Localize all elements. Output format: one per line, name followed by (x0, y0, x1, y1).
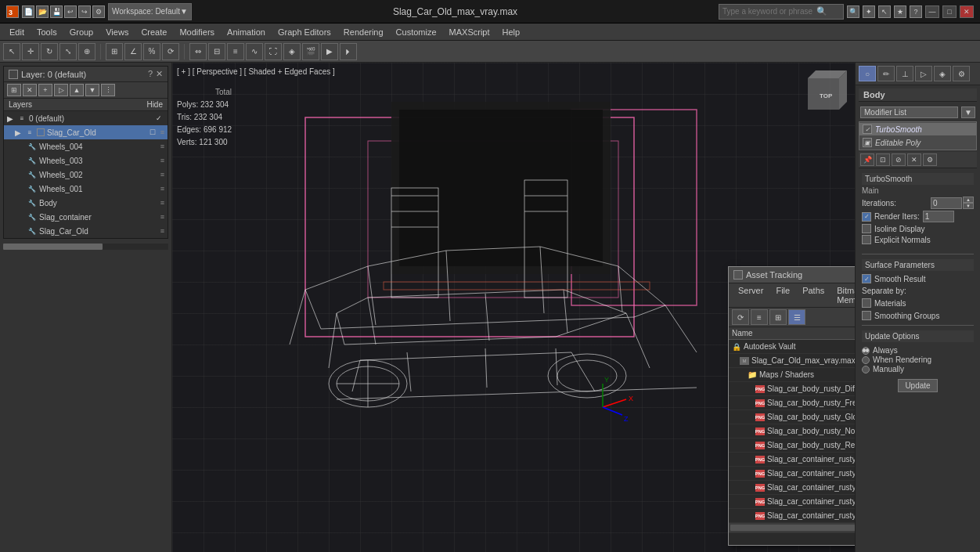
asset-row[interactable]: PNG Slag_car_body_rusty_Diffuse.png Foun… (729, 382, 855, 396)
layer-row[interactable]: 🔧 Slag_container ≡ (4, 210, 168, 224)
curve-editor-icon[interactable]: ∿ (246, 43, 263, 60)
surface-section-title[interactable]: Surface Parameters (862, 259, 974, 271)
material-editor-icon[interactable]: ◈ (283, 43, 301, 60)
modifier-entry-editablepoly[interactable]: ▣ Editable Poly (859, 136, 976, 149)
ref-icon[interactable]: ⊕ (78, 43, 95, 60)
layer-row[interactable]: 🔧 Wheels_002 ≡ (4, 168, 168, 182)
layers-close-btn[interactable]: ✕ (156, 69, 163, 79)
remove-mod-icon[interactable]: ✕ (907, 153, 921, 166)
asset-row[interactable]: PNG Slag_car_container_rusty_Fresnel.png… (729, 467, 855, 481)
new-icon[interactable]: 📄 (22, 5, 34, 18)
menu-graph-editors[interactable]: Graph Editors (272, 26, 337, 38)
app-logo-icon[interactable]: 3 (6, 5, 19, 18)
manually-radio[interactable] (862, 366, 870, 373)
asset-row[interactable]: PNG Slag_car_container_rusty_Reflection.… (729, 509, 855, 523)
iterations-down[interactable]: ▼ (963, 203, 974, 209)
smooth-result-check[interactable]: ✓ (862, 274, 871, 283)
menu-views[interactable]: Views (99, 26, 135, 38)
cursor-icon[interactable]: ↖ (878, 5, 891, 18)
menu-customize[interactable]: Customize (390, 26, 443, 38)
rp-icon-modify[interactable]: ✏ (877, 66, 895, 81)
asset-menu-bitmap[interactable]: Bitmap Performance and Memory (830, 285, 855, 305)
rotate-icon[interactable]: ↻ (41, 43, 58, 60)
update-button[interactable]: Update (898, 379, 937, 392)
modifier-check[interactable]: ✓ (863, 124, 872, 134)
workspace-dropdown[interactable]: Workspace: Default ▼ (108, 3, 192, 20)
pin-stack-icon[interactable]: 📌 (860, 153, 874, 166)
save-icon[interactable]: 💾 (50, 5, 63, 18)
settings-icon[interactable]: ⚙ (92, 5, 105, 18)
update-options-title[interactable]: Update Options (862, 330, 974, 342)
layers-move-up-icon[interactable]: ▲ (70, 84, 84, 96)
asset-menu-paths[interactable]: Paths (796, 285, 830, 305)
layer-row[interactable]: 🔧 Wheels_001 ≡ (4, 182, 168, 196)
layer-row[interactable]: 🔧 Wheels_004 ≡ (4, 139, 168, 153)
layers-select-icon[interactable]: ▷ (54, 84, 68, 96)
undo-icon[interactable]: ↩ (64, 5, 77, 18)
show-end-result-icon[interactable]: ⊡ (876, 153, 890, 166)
open-icon[interactable]: 📂 (36, 5, 49, 18)
render-setup-icon[interactable]: 🎬 (302, 43, 319, 60)
always-radio[interactable] (862, 347, 870, 355)
smoothing-groups-check[interactable] (862, 311, 871, 320)
asset-row[interactable]: PNG Slag_car_container_rusty_Diffuse.png… (729, 453, 855, 467)
asset-row[interactable]: 📁 Maps / Shaders (729, 368, 855, 382)
search-input[interactable] (722, 7, 816, 16)
manually-radio-row[interactable]: Manually (862, 365, 974, 373)
align-icon[interactable]: ⊟ (208, 43, 225, 60)
spinner-snap-icon[interactable]: ⟳ (162, 43, 179, 60)
modifier-check[interactable]: ▣ (863, 138, 872, 147)
when-rendering-radio[interactable] (862, 356, 870, 364)
always-radio-row[interactable]: Always (862, 346, 974, 355)
menu-modifiers[interactable]: Modifiers (173, 26, 221, 38)
move-icon[interactable]: ✛ (22, 43, 39, 60)
rp-icon-utilities[interactable]: ⚙ (953, 66, 970, 81)
iterations-up[interactable]: ▲ (963, 197, 974, 203)
rp-icon-hierarchy[interactable]: ⊥ (896, 66, 913, 81)
rp-icon-display[interactable]: ◈ (934, 66, 951, 81)
asset-row[interactable]: PNG Slag_car_body_rusty_Reflection.png F… (729, 438, 855, 453)
asset-tb-refresh-icon[interactable]: ⟳ (732, 309, 749, 325)
select-icon[interactable]: ↖ (3, 43, 20, 60)
layer-vis-0[interactable]: ✓ (153, 114, 164, 122)
asset-row[interactable]: 🔒 Autodesk Vault Logged C (729, 340, 855, 354)
col-name-header[interactable]: Name (732, 329, 855, 337)
materials-check[interactable] (862, 298, 871, 308)
modifier-entry-turbosmooth[interactable]: ✓ TurboSmooth (859, 123, 976, 135)
isoline-check[interactable] (862, 224, 871, 233)
layer-vis-slag[interactable]: ☐ (147, 128, 158, 136)
help-icon[interactable]: ? (910, 5, 922, 18)
rp-icon-sphere[interactable]: ○ (859, 66, 876, 81)
snap-icon[interactable]: ⊞ (106, 43, 123, 60)
asset-tb-grid-icon[interactable]: ⊞ (769, 309, 787, 325)
layer-row[interactable]: 🔧 Slag_Car_Old ≡ (4, 224, 168, 238)
mirror-icon[interactable]: ⇔ (189, 43, 207, 60)
layers-add-icon[interactable]: + (38, 84, 52, 96)
modifier-list-arrow[interactable]: ▼ (961, 106, 975, 118)
asset-row[interactable]: PNG Slag_car_body_rusty_Fresnel.png Foun… (729, 396, 855, 410)
layer-row[interactable]: ▶ ≡ 0 (default) ✓ (4, 111, 168, 125)
menu-maxscript[interactable]: MAXScript (443, 26, 496, 38)
asset-hscrollbar[interactable] (730, 525, 855, 531)
bookmark-icon[interactable]: ★ (894, 5, 906, 18)
highlight-icon[interactable]: ✦ (863, 5, 875, 18)
layers-options-icon[interactable]: ⋮ (101, 84, 115, 96)
render-last-icon[interactable]: ⏵ (340, 43, 357, 60)
asset-row[interactable]: PNG Slag_car_body_rusty_Glossiness.png F… (729, 410, 855, 424)
rp-icon-motion[interactable]: ▷ (915, 66, 932, 81)
render-iters-check[interactable]: ✓ (862, 212, 871, 222)
config-mod-sets-icon[interactable]: ⚙ (923, 153, 937, 166)
layer-row[interactable]: ▶ ≡ Slag_Car_Old ☐ ≡ (4, 125, 168, 139)
asset-row[interactable]: M Slag_Car_Old_max_vray.max Network (729, 354, 855, 368)
asset-menu-server[interactable]: Server (732, 285, 769, 305)
menu-tools[interactable]: Tools (31, 26, 63, 38)
menu-create[interactable]: Create (135, 26, 173, 38)
layers-scrollbar[interactable] (3, 244, 168, 250)
search-btn[interactable]: 🔍 (847, 5, 859, 18)
asset-tb-list-icon[interactable]: ≡ (751, 309, 768, 325)
asset-row[interactable]: PNG Slag_car_container_rusty_Glossiness.… (729, 481, 855, 495)
redo-icon[interactable]: ↪ (78, 5, 91, 18)
percent-snap-icon[interactable]: % (143, 43, 160, 60)
layer-row[interactable]: 🔧 Body ≡ (4, 196, 168, 210)
asset-row[interactable]: PNG Slag_car_container_rusty_Normal.png … (729, 495, 855, 509)
